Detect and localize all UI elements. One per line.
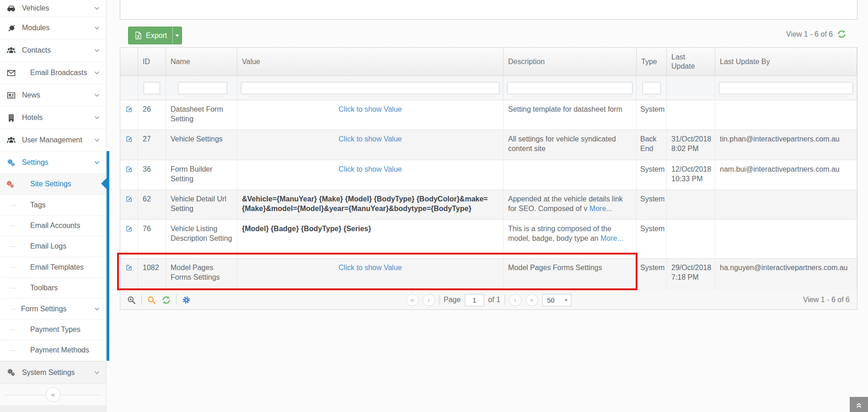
refresh-icon[interactable] bbox=[837, 29, 847, 39]
edit-row-button[interactable] bbox=[120, 160, 138, 190]
first-page-button[interactable]: « bbox=[406, 294, 418, 306]
cell-last-update-by: tin.phan@interactivepartners.com.au bbox=[715, 130, 857, 160]
cell-id: 26 bbox=[138, 100, 166, 130]
show-value-link[interactable]: Click to show Value bbox=[242, 263, 498, 272]
filter-type-input[interactable] bbox=[643, 82, 661, 94]
table-row[interactable]: 36 Form Builder Setting Click to show Va… bbox=[120, 160, 857, 190]
table-row[interactable]: 76 Vehicle Listing Description Setting {… bbox=[120, 220, 857, 259]
newspaper-icon bbox=[6, 91, 16, 100]
sidebar-item-news[interactable]: News bbox=[0, 84, 106, 107]
edit-row-button[interactable] bbox=[120, 130, 138, 160]
sidebar-item-label: News bbox=[22, 91, 40, 99]
sidebar-item-user-management[interactable]: User Management bbox=[0, 129, 106, 152]
column-header-id[interactable]: ID bbox=[138, 48, 166, 76]
filter-name-input[interactable] bbox=[178, 82, 227, 94]
gear-icon[interactable] bbox=[182, 295, 191, 305]
column-header-last-update-by[interactable]: Last Update By bbox=[715, 48, 857, 76]
column-header-name[interactable]: Name bbox=[166, 48, 237, 76]
column-header-edit[interactable] bbox=[120, 48, 138, 76]
next-page-button[interactable]: › bbox=[509, 294, 521, 306]
page-label: Page bbox=[444, 296, 461, 304]
chevron-down-icon bbox=[94, 70, 100, 76]
chevron-down-icon bbox=[94, 114, 100, 121]
table-row[interactable]: 26 Datasheet Form Setting Click to show … bbox=[120, 100, 857, 130]
caret-down-icon bbox=[175, 33, 180, 38]
cell-last-update: 29/Oct/2018 7:18 PM bbox=[667, 259, 715, 294]
sidebar-item-system-settings[interactable]: System Settings bbox=[0, 361, 106, 384]
export-dropdown-button[interactable] bbox=[173, 27, 182, 44]
show-value-link[interactable]: Click to show Value bbox=[242, 164, 498, 174]
sidebar-item-email-accounts[interactable]: Email Accounts bbox=[0, 216, 106, 236]
table-row-highlighted[interactable]: 1082 Model Pages Forms Settings Click to… bbox=[120, 259, 857, 294]
sidebar-collapse-row: « bbox=[0, 384, 106, 405]
column-header-value[interactable]: Value bbox=[237, 48, 504, 76]
cell-id: 27 bbox=[138, 130, 166, 160]
sidebar-item-vehicles[interactable]: Vehicles bbox=[0, 0, 106, 17]
cell-type: System bbox=[637, 259, 667, 294]
filter-last-update-by-input[interactable] bbox=[719, 82, 853, 94]
sidebar-item-contacts[interactable]: Contacts bbox=[0, 39, 106, 62]
sidebar-item-email-logs[interactable]: Email Logs bbox=[0, 236, 106, 257]
edit-row-button[interactable] bbox=[120, 220, 138, 258]
cell-last-update-by bbox=[715, 220, 857, 258]
column-header-description[interactable]: Description bbox=[504, 48, 637, 76]
more-link[interactable]: More... bbox=[589, 205, 612, 212]
refresh-icon[interactable] bbox=[161, 295, 171, 305]
sidebar-item-payment-methods[interactable]: Payment Methods bbox=[0, 340, 106, 361]
sidebar-item-label: Email Broadcasts bbox=[30, 69, 87, 77]
cell-value: Click to show Value bbox=[237, 259, 504, 294]
column-header-last-update[interactable]: Last Update bbox=[667, 48, 715, 76]
sidebar-item-label: Email Accounts bbox=[30, 222, 80, 230]
sidebar-item-email-broadcasts[interactable]: Email Broadcasts bbox=[0, 62, 106, 84]
sidebar-item-payment-types[interactable]: Payment Types bbox=[0, 320, 106, 340]
cell-type: System bbox=[637, 220, 667, 258]
filter-row bbox=[120, 76, 857, 100]
prev-page-button[interactable]: ‹ bbox=[423, 294, 435, 306]
edit-row-button[interactable] bbox=[120, 100, 138, 130]
cell-type: System bbox=[637, 190, 667, 219]
chevron-down-icon bbox=[94, 306, 100, 312]
caret-down-icon bbox=[564, 298, 568, 302]
scroll-to-top-button[interactable] bbox=[850, 397, 868, 412]
show-value-link[interactable]: Click to show Value bbox=[242, 104, 498, 114]
sidebar-item-settings[interactable]: Settings bbox=[0, 152, 106, 174]
users-icon bbox=[6, 136, 16, 145]
sidebar-item-hotels[interactable]: Hotels bbox=[0, 107, 106, 129]
sidebar-item-label: Site Settings bbox=[30, 180, 71, 188]
export-button-label: Export bbox=[146, 32, 167, 40]
sidebar-collapse-button[interactable]: « bbox=[46, 387, 60, 402]
filter-description-input[interactable] bbox=[507, 82, 632, 94]
divider bbox=[141, 295, 142, 305]
sidebar-item-toolbars[interactable]: Toolbars bbox=[0, 278, 106, 298]
column-header-type[interactable]: Type bbox=[637, 48, 667, 76]
edit-row-button[interactable] bbox=[120, 259, 138, 294]
sidebar-item-tags[interactable]: Tags bbox=[0, 195, 106, 215]
sidebar-item-label: Email Logs bbox=[30, 242, 66, 250]
sidebar-item-email-templates[interactable]: Email Templates bbox=[0, 257, 106, 278]
cell-name: Form Builder Setting bbox=[166, 160, 237, 190]
show-value-link[interactable]: Click to show Value bbox=[242, 134, 498, 144]
table-row[interactable]: 27 Vehicle Settings Click to show Value … bbox=[120, 130, 857, 160]
sidebar: Vehicles Modules Contacts Email Broadcas… bbox=[0, 0, 107, 412]
filter-id-input[interactable] bbox=[144, 82, 160, 94]
edit-pencil-icon bbox=[125, 165, 133, 173]
divider bbox=[504, 295, 505, 305]
view-range-info: View 1 - 6 of 6 bbox=[786, 30, 833, 38]
grid-pager: « ‹ Page of 1 › » 50 View 1 - 6 of 6 bbox=[120, 290, 857, 310]
cell-type: Back End bbox=[637, 130, 667, 160]
sidebar-item-form-settings[interactable]: Form Settings bbox=[0, 298, 106, 319]
search-icon[interactable] bbox=[147, 295, 156, 305]
search-plus-icon[interactable] bbox=[127, 295, 136, 305]
more-link[interactable]: More... bbox=[600, 234, 623, 242]
export-button[interactable]: Export bbox=[128, 27, 182, 44]
table-row[interactable]: 62 Vehicle Detail Url Setting &Vehicle={… bbox=[120, 190, 857, 220]
edit-row-button[interactable] bbox=[120, 190, 138, 219]
page-number-input[interactable] bbox=[465, 294, 484, 306]
page-size-select[interactable]: 50 bbox=[542, 294, 571, 306]
sidebar-item-site-settings[interactable]: Site Settings bbox=[0, 174, 106, 195]
filter-value-input[interactable] bbox=[241, 82, 499, 94]
last-page-button[interactable]: » bbox=[525, 294, 538, 306]
active-item-marker bbox=[101, 178, 107, 190]
edit-pencil-icon bbox=[125, 105, 133, 113]
sidebar-item-modules[interactable]: Modules bbox=[0, 17, 106, 39]
